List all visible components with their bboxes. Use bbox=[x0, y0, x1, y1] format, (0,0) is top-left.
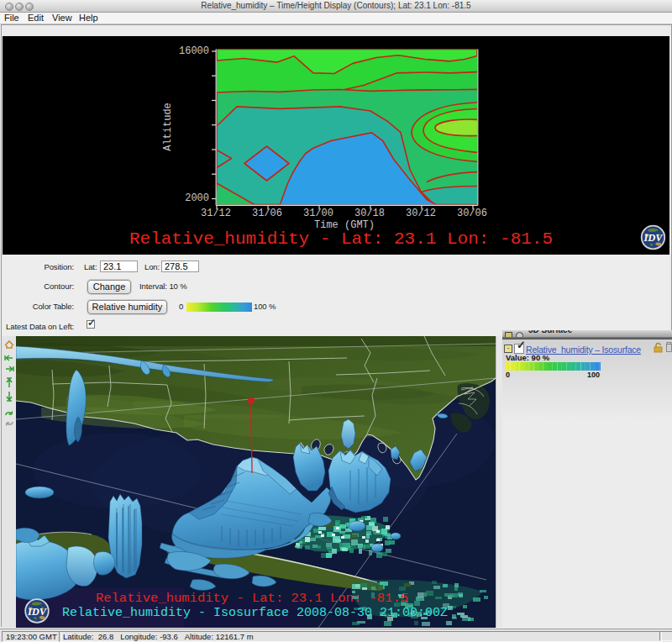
svg-text:Relative_humidity - Isosurface: Relative_humidity - Isosurface 2008-08-3… bbox=[62, 606, 448, 620]
svg-text:Relative_humidity - Lat: 23.1: Relative_humidity - Lat: 23.1 Lon: -81.5 bbox=[96, 591, 408, 606]
